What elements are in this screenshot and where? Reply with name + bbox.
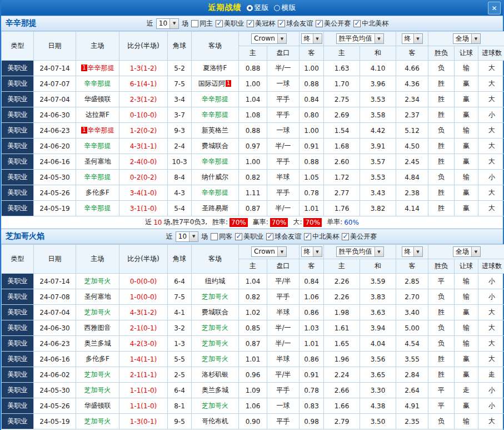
checkbox-icon[interactable] (316, 20, 323, 27)
euro-odds-cell: 2.79 (324, 414, 360, 429)
bookmaker-select[interactable]: Crown▼ (251, 246, 287, 257)
bookmaker-select-value: Crown (254, 34, 275, 43)
euro-odds-cell: 4.50 (396, 139, 428, 154)
filter-checkbox-3[interactable]: 中北美杯 (304, 232, 339, 241)
filter-checkbox-1[interactable]: 美职业 (216, 19, 244, 28)
euro-odds-cell: 3.65 (360, 367, 396, 383)
radio-button-icon[interactable] (274, 5, 280, 11)
date-cell: 24-07-04 (34, 305, 76, 320)
asian-odds-cell: 平手 (267, 107, 300, 123)
asian-odds-cell: 半球 (267, 352, 300, 367)
checkbox-icon[interactable] (278, 20, 285, 27)
euro-odds-cell: 3.83 (360, 289, 396, 305)
match-row: 美职业24-06-16圣何塞地2-4(0-0)10-3辛辛那提1.00平手0.8… (2, 154, 504, 170)
filter-checkbox-1[interactable]: 美职业 (235, 232, 263, 241)
league-cell: 美职业 (2, 289, 34, 305)
match-count-select[interactable]: 10▼ (176, 231, 198, 242)
europe-odds-type-select[interactable]: 胜平负均值▼ (336, 246, 384, 257)
goals-result-cell: 大 (478, 139, 504, 154)
team-label: 芝加哥火 (84, 308, 111, 316)
filter-checkbox-0-label: 同主 (199, 19, 213, 28)
euro-odds-cell: 3.57 (360, 154, 396, 170)
score-cell: 1-1(1-0) (119, 398, 168, 414)
handicap-result-cell: 赢 (455, 139, 478, 154)
filter-checkbox-2[interactable]: 球会友谊 (266, 232, 301, 241)
filter-checkbox-3[interactable]: 球会友谊 (278, 19, 313, 28)
asian-odds-state-select[interactable]: 终▼ (301, 33, 322, 44)
asian-odds-cell: 1.01 (239, 352, 267, 367)
asian-odds-cell: 0.82 (239, 170, 267, 185)
radio-horizontal[interactable]: 横版 (274, 3, 296, 13)
chevron-down-icon: ▼ (169, 19, 178, 28)
match-count-select[interactable]: 10▼ (156, 18, 179, 29)
team-label: 圣何塞地 (84, 157, 111, 165)
summary-stat-label: 胜率: (212, 218, 228, 227)
score-cell: 1-1(1-0) (119, 383, 168, 398)
home-team-cell: 辛辛那提 (76, 170, 119, 185)
chevron-down-icon: ▼ (189, 232, 198, 241)
bookmaker-select[interactable]: Crown▼ (251, 33, 287, 44)
result-cell: 胜 (428, 154, 455, 170)
radio-vertical[interactable]: 竖版 (247, 3, 269, 13)
home-team-cell: 圣何塞地 (76, 154, 119, 170)
team-label: 华盛顿联 (84, 95, 111, 103)
euro-odds-cell: 1.72 (324, 170, 360, 185)
euro-odds-cell: 3.43 (360, 185, 396, 201)
europe-type-header-cell: 胜平负均值▼ (324, 245, 396, 259)
team-label: 辛辛那提 (202, 157, 228, 165)
scope-select[interactable]: 全场▼ (453, 33, 481, 44)
europe-odds-state-select[interactable]: 终▼ (402, 33, 423, 44)
filter-checkbox-0[interactable]: 同客 (211, 232, 232, 241)
league-cell: 美职业 (2, 398, 34, 414)
team-label: 新英格兰 (202, 126, 228, 134)
filter-checkbox-4[interactable]: 美公开赛 (316, 19, 351, 28)
euro-odds-cell: 2.45 (396, 154, 428, 170)
euro-odds-cell: 2.77 (324, 185, 360, 201)
filter-checkbox-2[interactable]: 美冠杯 (247, 19, 275, 28)
result-cell: 胜 (428, 92, 455, 107)
titlebar: 近期战绩 竖版 横版 ✕ (1, 0, 503, 16)
team-label: 奥兰多城 (84, 339, 111, 347)
filter-checkbox-5[interactable]: 中北美杯 (353, 19, 388, 28)
home-team-cell: 芝加哥火 (76, 414, 119, 429)
results-table: 类型日期主场比分(半场)角球客场Crown▼终▼胜平负均值▼终▼全场▼主盘口客主… (1, 31, 504, 216)
match-row: 美职业24-06-23奥兰多城4-2(3-0)1-3芝加哥火0.87半/一1.0… (2, 336, 504, 352)
bookmaker-select-value: Crown (254, 247, 275, 256)
filter-checkbox-4[interactable]: 美公开赛 (342, 232, 377, 241)
checkbox-icon[interactable] (191, 20, 198, 27)
home-team-cell: 辛辛那提 (76, 201, 119, 216)
league-cell: 美职业 (2, 170, 34, 185)
checkbox-icon[interactable] (266, 233, 273, 240)
checkbox-icon[interactable] (353, 20, 361, 27)
match-row: 美职业24-06-02芝加哥火2-1(1-1)2-5洛杉矶银0.96平/半0.9… (2, 367, 504, 383)
asian-odds-state-select[interactable]: 终▼ (301, 246, 322, 257)
league-cell: 美职业 (2, 320, 34, 336)
team-label: 辛辛那提 (88, 64, 114, 72)
europe-odds-state-select-value: 终 (405, 247, 411, 256)
euro-odds-cell: 3.59 (360, 274, 396, 289)
checkbox-icon[interactable] (247, 20, 254, 27)
euro-odds-cell: 3.40 (396, 305, 428, 320)
date-cell: 24-06-23 (34, 123, 76, 139)
checkbox-icon[interactable] (304, 233, 311, 240)
close-button[interactable]: ✕ (488, 2, 501, 14)
asian-odds-cell: 一球 (267, 76, 300, 92)
checkbox-icon[interactable] (211, 233, 218, 240)
europe-odds-type-select[interactable]: 胜平负均值▼ (336, 33, 384, 44)
euro-odds-cell: 1.66 (324, 398, 360, 414)
asian-odds-cell: 0.96 (239, 367, 267, 383)
radio-button-icon[interactable] (247, 5, 253, 11)
asian-odds-cell: 半球 (267, 170, 300, 185)
asian-odds-cell: 平手 (267, 92, 300, 107)
league-cell: 美职业 (2, 305, 34, 320)
team-label: 辛辛那提 (202, 111, 228, 118)
europe-odds-type-select-value: 胜平负均值 (339, 247, 372, 256)
europe-odds-state-select[interactable]: 终▼ (402, 246, 423, 257)
filter-checkbox-0[interactable]: 同主 (191, 19, 213, 28)
checkbox-icon[interactable] (235, 233, 242, 240)
checkbox-icon[interactable] (216, 20, 223, 27)
checkbox-icon[interactable] (342, 233, 349, 240)
euro-odds-cell: 1.70 (324, 76, 360, 92)
team-label: 芝加哥火 (202, 355, 228, 363)
scope-select[interactable]: 全场▼ (453, 246, 481, 257)
